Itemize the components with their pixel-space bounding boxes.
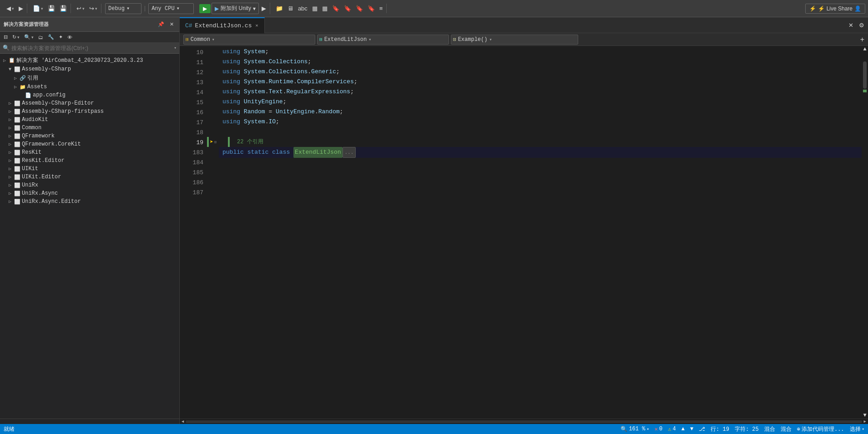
save-button[interactable]: 💾	[46, 4, 57, 13]
class-dropdown[interactable]: ⊞ ExtendLitJson ▾	[317, 35, 449, 45]
minimap-marker	[863, 90, 867, 92]
unirx-async-item[interactable]: ▷ ⬜ UniRx.Async	[0, 189, 179, 197]
save-all-button[interactable]: 💾	[58, 4, 69, 13]
reskit-item[interactable]: ▷ ⬜ ResKit	[0, 148, 179, 156]
hscroll-right-button[interactable]: ▶	[864, 419, 866, 424]
zoom-level[interactable]: 🔍 161 % ▾	[621, 426, 649, 433]
line-ending-info[interactable]: 混合	[781, 425, 792, 433]
solution-explorer-button[interactable]: 📁	[274, 4, 285, 13]
filter-button[interactable]: 🔍▾	[22, 33, 35, 41]
redo-button[interactable]: ↪▾	[87, 4, 99, 13]
sidebar-horizontal-scrollbar[interactable]	[0, 419, 179, 424]
sidebar-pin-button[interactable]: 📌	[156, 20, 166, 29]
gutter-line-14: 14	[180, 88, 203, 98]
add-code-manager[interactable]: ⊕ 添加代码管理...	[797, 425, 844, 433]
common-item[interactable]: ▷ ⬜ Common	[0, 124, 179, 132]
encoding-info[interactable]: 混合	[764, 425, 775, 433]
unirx-async-editor-item[interactable]: ▷ ⬜ UniRx.Async.Editor	[0, 197, 179, 206]
run-button[interactable]: ▶	[199, 4, 211, 13]
properties-button[interactable]: 🖥	[286, 4, 295, 13]
uikit-item[interactable]: ▷ ⬜ UIKit	[0, 165, 179, 173]
back-button[interactable]: ◀▾	[5, 4, 16, 13]
references-item[interactable]: ▷ 🔗 引用	[0, 73, 179, 83]
warning-indicator[interactable]: ⚠ 4	[668, 426, 676, 433]
reference-hint: 22 个引用	[237, 137, 263, 147]
code-line-15: using UnityEngine;	[219, 97, 862, 107]
git-branch[interactable]: ⎇	[699, 426, 705, 433]
char-info[interactable]: 字符: 25	[735, 425, 759, 433]
indicator-17	[207, 117, 219, 127]
nav-up-button[interactable]: ▲	[681, 426, 685, 432]
assembly-csharp-firstpass-item[interactable]: ▷ ⬜ Assembly-CSharp-firstpass	[0, 107, 179, 116]
sidebar-close-button[interactable]: ✕	[168, 20, 176, 29]
status-left: 就绪	[4, 425, 15, 433]
app-config-item[interactable]: ▷ 📄 app.config	[0, 91, 179, 99]
editor-nav-bar: ⊞ Common ▾ ⊞ ExtendLitJson ▾ ⊡ Example()…	[180, 33, 868, 46]
namespace-dropdown-arrow: ▾	[212, 37, 215, 42]
forward-button[interactable]: ▶	[17, 4, 25, 13]
new-file-button[interactable]: 📄▾	[31, 4, 45, 13]
solution-caret: ▷	[2, 58, 7, 63]
sidebar-search-input[interactable]	[11, 45, 172, 51]
hscroll-track[interactable]	[186, 420, 862, 423]
tab-close-button[interactable]: ✕	[254, 22, 259, 29]
vertical-scrollbar[interactable]: ▲ ▼	[862, 46, 868, 419]
reskit-editor-item[interactable]: ▷ ⬜ ResKit.Editor	[0, 156, 179, 165]
undo-button[interactable]: ↩▾	[75, 4, 86, 13]
layout2-button[interactable]: ▦	[320, 4, 329, 13]
qframework-corekit-item[interactable]: ▷ ⬜ QFramework.CoreKit	[0, 140, 179, 148]
nav-down-button[interactable]: ▼	[690, 426, 693, 432]
scroll-thumb[interactable]	[863, 61, 867, 89]
tab-extendlitjson[interactable]: C# ExtendLitJson.cs ✕	[180, 17, 265, 33]
properties-pane-button[interactable]: 🔧	[46, 33, 56, 41]
unirx-item[interactable]: ▷ ⬜ UniRx	[0, 181, 179, 189]
nav-group: ◀▾ ▶	[3, 4, 27, 13]
collapse-all-button[interactable]: ⊟	[2, 33, 10, 41]
method-dropdown[interactable]: ⊡ Example() ▾	[451, 35, 578, 45]
horizontal-scrollbar[interactable]: ◀ ▶	[180, 419, 868, 424]
class-label: ExtendLitJson	[324, 36, 367, 43]
uikit-editor-item[interactable]: ▷ ⬜ UIKit.Editor	[0, 173, 179, 181]
cpu-dropdown[interactable]: Any CPU ▾	[148, 3, 194, 14]
audiokit-item[interactable]: ▷ ⬜ AudioKit	[0, 116, 179, 124]
preview-button[interactable]: 👁	[66, 33, 74, 41]
live-share-button[interactable]: ⚡ ⚡ Live Share 👤	[805, 4, 865, 14]
ns-12: System	[244, 67, 265, 77]
scroll-down-button[interactable]: ▼	[862, 412, 868, 419]
git-button[interactable]: ✦	[57, 33, 65, 41]
search-dropdown-icon[interactable]: ▾	[174, 45, 177, 50]
assembly-csharp-firstpass-caret: ▷	[7, 109, 13, 114]
bookmark2-button[interactable]: 🔖	[342, 4, 353, 13]
line-info[interactable]: 行: 19	[711, 425, 729, 433]
qframework-item[interactable]: ▷ ⬜ QFramework	[0, 132, 179, 140]
add-document-button[interactable]: +	[860, 35, 864, 44]
debug-config-dropdown[interactable]: Debug ▾	[105, 3, 141, 14]
select-info[interactable]: 选择 ▾	[850, 425, 864, 433]
bookmark-button[interactable]: 🔖	[330, 4, 341, 13]
assets-item[interactable]: ▷ 📁 Assets	[0, 83, 179, 91]
run2-button[interactable]: ▶	[260, 4, 268, 13]
bookmark4-button[interactable]: 🔖	[366, 4, 377, 13]
layout-button[interactable]: ▦	[310, 4, 319, 13]
code-editor[interactable]: using System; using System.Collections; …	[219, 46, 862, 419]
error-indicator[interactable]: ✕ 0	[655, 426, 662, 433]
hscroll-left-button[interactable]: ◀	[182, 419, 184, 424]
bookmark5-button[interactable]: ≡	[378, 4, 385, 13]
find-button[interactable]: abc	[296, 4, 309, 13]
assembly-csharp-item[interactable]: ▼ ⬜ Assembly-CSharp	[0, 65, 179, 73]
assets-caret: ▷	[13, 84, 18, 90]
hscroll-content: ◀ ▶	[180, 419, 868, 424]
solution-root-item[interactable]: ▷ 📋 解决方案 'AirCombat_4_20230723_2020.3.23	[0, 56, 179, 65]
bookmark3-button[interactable]: 🔖	[354, 4, 365, 13]
audiokit-caret: ▷	[7, 117, 13, 122]
sidebar-search-bar[interactable]: 🔍 ▾	[0, 43, 179, 54]
refresh-button[interactable]: ↻▾	[10, 33, 21, 41]
namespace-dropdown[interactable]: ⊞ Common ▾	[183, 35, 315, 45]
editor-settings-button[interactable]: ⚙	[857, 20, 866, 30]
attach-unity-button[interactable]: ▶ 附加到 Unity ▾	[212, 3, 259, 14]
assembly-csharp-editor-item[interactable]: ▷ ⬜ Assembly-CSharp-Editor	[0, 99, 179, 107]
indicator-13	[207, 77, 219, 87]
show-all-button[interactable]: 🗂	[36, 33, 45, 41]
close-editor-button[interactable]: ✕	[847, 20, 855, 30]
scroll-up-button[interactable]: ▲	[862, 46, 868, 52]
